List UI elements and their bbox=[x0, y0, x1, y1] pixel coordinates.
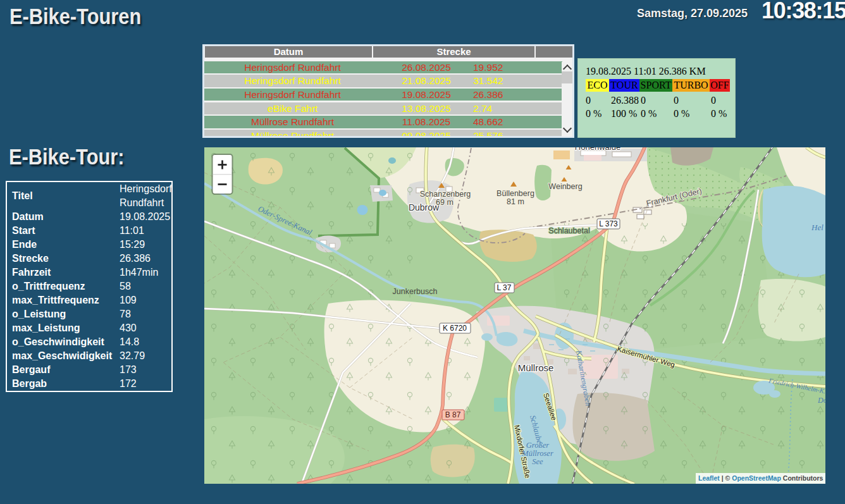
svg-text:Weinberg: Weinberg bbox=[548, 182, 582, 191]
svg-text:Großer: Großer bbox=[526, 441, 549, 450]
svg-text:81 m: 81 m bbox=[507, 197, 524, 206]
svg-text:L 37: L 37 bbox=[497, 283, 512, 292]
svg-text:L 373: L 373 bbox=[599, 219, 618, 228]
svg-text:Do: Do bbox=[817, 396, 825, 405]
svg-text:Dubrow: Dubrow bbox=[409, 202, 440, 212]
svg-text:Müllroser: Müllroser bbox=[521, 449, 553, 458]
svg-text:Schlaubetal: Schlaubetal bbox=[548, 226, 589, 235]
svg-text:K 6720: K 6720 bbox=[443, 324, 467, 333]
svg-text:See: See bbox=[532, 457, 543, 466]
svg-text:Büllenberg: Büllenberg bbox=[497, 189, 534, 198]
svg-text:Müllrose: Müllrose bbox=[518, 362, 554, 373]
svg-text:Leaflet | © OpenStreetMap Cont: Leaflet | © OpenStreetMap Contributors bbox=[698, 474, 823, 482]
svg-text:69 m: 69 m bbox=[436, 198, 453, 207]
svg-text:B 87: B 87 bbox=[445, 410, 461, 419]
svg-text:Schanzenberg: Schanzenberg bbox=[420, 190, 471, 199]
svg-text:Hel: Hel bbox=[811, 223, 823, 232]
svg-text:Hohenwalde: Hohenwalde bbox=[575, 147, 620, 152]
svg-text:Junkerbusch: Junkerbusch bbox=[393, 287, 438, 296]
